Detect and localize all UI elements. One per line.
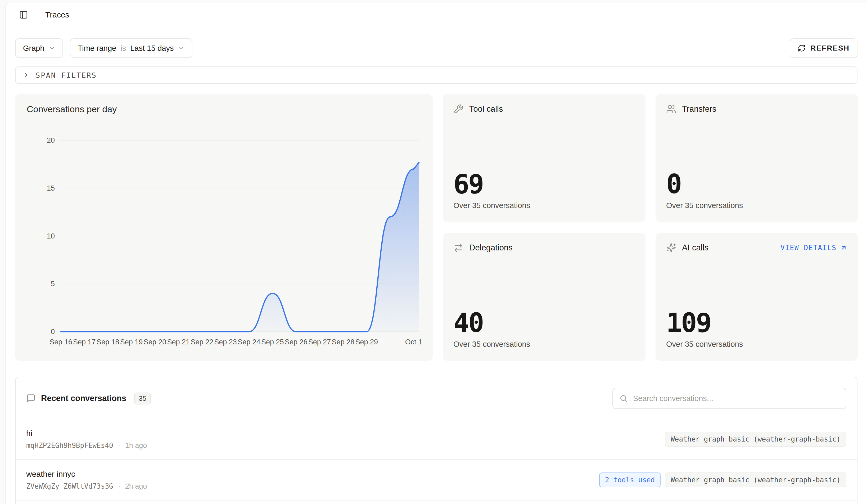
svg-text:Sep 25: Sep 25 [261,338,284,346]
arrow-up-right-icon [840,244,847,251]
stat-label: AI calls [682,243,708,253]
svg-text:0: 0 [51,328,55,336]
conversation-id: mqHZP2EGh9h9BpFEwEs40 [26,441,113,449]
tools-used-badge: 2 tools used [599,472,661,487]
svg-text:Sep 23: Sep 23 [214,338,237,346]
svg-text:Sep 26: Sep 26 [285,338,308,346]
chevron-right-icon [23,72,29,78]
meta-separator: · [118,482,120,491]
toolbar: Graph Time range is Last 15 days [15,39,857,58]
refresh-button[interactable]: REFRESH [790,39,857,58]
conversation-time: 2h ago [125,482,147,491]
chevron-down-icon [49,45,55,51]
transfers-card: Transfers 0 Over 35 conversations [655,94,858,222]
conversations-per-day-card: Conversations per day 05101520Sep 16Sep … [15,94,433,361]
time-range-filter[interactable]: Time range is Last 15 days [70,39,192,58]
refresh-icon [798,44,806,52]
svg-text:20: 20 [47,136,55,144]
main-panel: Traces Graph Time range is Last 15 days [5,3,867,504]
top-header: Traces [6,3,867,27]
refresh-label: REFRESH [810,44,849,52]
ai-calls-card: AI calls VIEW DETAILS 109 Over 35 conver… [655,233,858,361]
time-range-value: Last 15 days [130,44,174,53]
meta-separator: · [118,441,120,450]
agent-tag: Weather graph basic (weather-graph-basic… [665,432,846,447]
stat-subtitle: Over 35 conversations [453,201,635,210]
search-conversations-input[interactable] [612,388,846,409]
svg-text:Sep 21: Sep 21 [167,338,190,346]
conversations-area-chart: 05101520Sep 16Sep 17Sep 18Sep 19Sep 20Se… [15,94,433,361]
page-title: Traces [45,10,69,19]
stat-label: Tool calls [469,104,503,114]
view-details-link[interactable]: VIEW DETAILS [780,244,847,252]
stat-value: 0 [666,172,847,196]
header-divider [38,11,39,19]
conversation-row[interactable]: hi mqHZP2EGh9h9BpFEwEs40 · 1h ago Weathe… [15,419,857,460]
users-icon [666,104,676,114]
stat-label: Transfers [682,104,716,114]
svg-text:Sep 19: Sep 19 [120,338,143,346]
stat-subtitle: Over 35 conversations [453,340,635,348]
dashboard-grid: Conversations per day 05101520Sep 16Sep … [15,94,857,361]
conversation-time: 1h ago [125,441,147,450]
time-range-operator: is [120,44,126,53]
stat-value: 69 [453,172,635,196]
panel-left-icon [19,10,28,19]
tool-calls-card: Tool calls 69 Over 35 conversations [443,94,645,222]
recent-conversations-title: Recent conversations [41,394,126,403]
conversation-id: ZVeWXgZy_Z6WltVd73s3G [26,482,113,490]
stat-value: 40 [453,311,635,335]
sparkles-icon [666,243,676,253]
stat-value: 109 [666,311,847,335]
view-details-label: VIEW DETAILS [780,244,837,252]
svg-text:Sep 17: Sep 17 [73,338,96,346]
svg-text:Sep 29: Sep 29 [355,338,378,346]
stat-subtitle: Over 35 conversations [666,201,847,210]
conversation-count-badge: 35 [134,393,151,405]
svg-text:Sep 18: Sep 18 [97,338,119,346]
conversation-title: hi [26,429,147,438]
agent-tag: Weather graph basic (weather-graph-basic… [665,472,846,487]
view-mode-value: Graph [23,44,44,53]
svg-text:Sep 20: Sep 20 [144,338,167,346]
svg-text:Oct 1: Oct 1 [405,338,422,346]
conversation-title: weather innyc [26,470,147,479]
svg-text:Sep 28: Sep 28 [332,338,355,346]
chevron-down-icon [178,45,184,51]
conversation-row[interactable]: weather innyc ZVeWXgZy_Z6WltVd73s3G · 2h… [15,460,857,501]
wrench-icon [453,104,463,114]
svg-text:5: 5 [51,280,55,288]
svg-text:10: 10 [47,232,55,240]
sidebar-toggle-button[interactable] [16,8,31,22]
arrows-swap-icon [453,243,463,253]
svg-text:Sep 22: Sep 22 [191,338,213,346]
view-mode-select[interactable]: Graph [15,39,63,58]
chat-bubble-icon [26,394,36,403]
recent-conversations-panel: Recent conversations 35 hi mqHZP2EGh9h9B… [15,377,857,504]
stat-label: Delegations [469,243,513,253]
svg-text:Sep 24: Sep 24 [238,338,260,346]
stat-subtitle: Over 35 conversations [666,340,847,348]
span-filters-label: SPAN FILTERS [36,71,97,79]
span-filters-expander[interactable]: SPAN FILTERS [15,66,857,84]
svg-text:Sep 27: Sep 27 [308,338,331,346]
delegations-card: Delegations 40 Over 35 conversations [443,233,645,361]
svg-text:Sep 16: Sep 16 [50,338,72,346]
time-range-field: Time range [78,44,116,53]
svg-text:15: 15 [47,184,55,192]
